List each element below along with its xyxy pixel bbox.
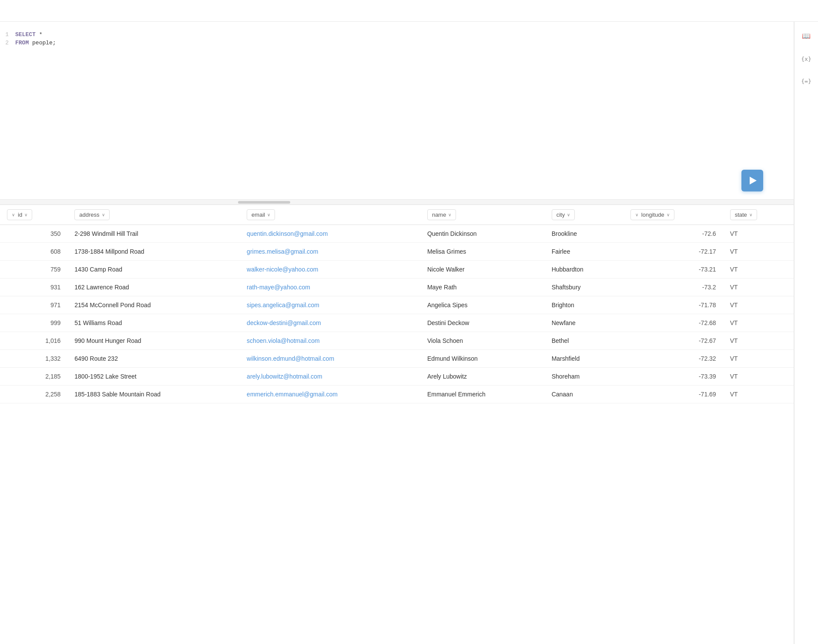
cell-city: Canaan (545, 386, 624, 403)
col-label-state: state (735, 211, 747, 218)
col-header-email[interactable]: email ∨ (240, 205, 420, 225)
col-header-city[interactable]: city ∨ (545, 205, 624, 225)
col-header-address[interactable]: address ∨ (67, 205, 240, 225)
cell-city: Shoreham (545, 368, 624, 386)
col-label-name: name (432, 211, 446, 218)
cell-state: VT (723, 225, 794, 243)
cell-id: 1,332 (0, 350, 67, 368)
cell-email: schoen.viola@hotmail.com (240, 332, 420, 350)
result-icon[interactable]: {=} (798, 74, 815, 88)
col-label-id: id (18, 211, 22, 218)
cell-id: 999 (0, 314, 67, 332)
cell-email: quentin.dickinson@gmail.com (240, 225, 420, 243)
cell-id: 2,185 (0, 368, 67, 386)
cell-longitude: -71.78 (624, 296, 723, 314)
cell-email: deckow-destini@gmail.com (240, 314, 420, 332)
cell-city: Brighton (545, 296, 624, 314)
cell-name: Edmund Wilkinson (420, 350, 545, 368)
scrollbar-thumb (238, 201, 290, 204)
cell-state: VT (723, 368, 794, 386)
run-button[interactable] (741, 170, 763, 191)
table-row[interactable]: 759 1430 Camp Road walker-nicole@yahoo.c… (0, 261, 794, 278)
col-label-city: city (557, 211, 565, 218)
table-row[interactable]: 1,332 6490 Route 232 wilkinson.edmund@ho… (0, 350, 794, 368)
sql-line: 2 FROM people; (0, 39, 794, 47)
cell-name: Quentin Dickinson (420, 225, 545, 243)
run-icon (750, 177, 757, 184)
col-header-name[interactable]: name ∨ (420, 205, 545, 225)
cell-email: wilkinson.edmund@hotmail.com (240, 350, 420, 368)
table-row[interactable]: 2,185 1800-1952 Lake Street arely.lubowi… (0, 368, 794, 386)
col-header-longitude[interactable]: ∨ longitude ∨ (624, 205, 723, 225)
col-label-address: address (79, 211, 99, 218)
right-toolbar: 📖 {x} {=} (794, 22, 818, 644)
cell-id: 931 (0, 278, 67, 296)
cell-longitude: -72.6 (624, 225, 723, 243)
cell-address: 2-298 Windmill Hill Trail (67, 225, 240, 243)
table-row[interactable]: 971 2154 McConnell Pond Road sipes.angel… (0, 296, 794, 314)
chevron-address: ∨ (102, 212, 105, 217)
cell-email: grimes.melisa@gmail.com (240, 243, 420, 261)
chevron-city: ∨ (567, 212, 570, 217)
line-content: SELECT * (15, 31, 42, 38)
cell-id: 1,016 (0, 332, 67, 350)
cell-state: VT (723, 350, 794, 368)
cell-id: 759 (0, 261, 67, 278)
cell-address: 185-1883 Sable Mountain Road (67, 386, 240, 403)
cell-id: 971 (0, 296, 67, 314)
cell-longitude: -73.21 (624, 261, 723, 278)
cell-id: 2,258 (0, 386, 67, 403)
cell-city: Marshfield (545, 350, 624, 368)
col-label-longitude: longitude (641, 211, 664, 218)
cell-name: Angelica Sipes (420, 296, 545, 314)
cell-address: 51 Williams Road (67, 314, 240, 332)
cell-longitude: -72.32 (624, 350, 723, 368)
cell-state: VT (723, 332, 794, 350)
cell-name: Destini Deckow (420, 314, 545, 332)
cell-id: 608 (0, 243, 67, 261)
sort-icon-longitude: ∨ (635, 212, 638, 217)
line-number: 1 (0, 31, 15, 38)
col-header-state[interactable]: state ∨ (723, 205, 794, 225)
cell-city: Bethel (545, 332, 624, 350)
cell-city: Brookline (545, 225, 624, 243)
results-table: ∨ id ∨ address ∨ email ∨ name ∨ city ∨ ∨… (0, 205, 794, 403)
horizontal-scrollbar[interactable] (0, 199, 794, 205)
cell-state: VT (723, 261, 794, 278)
table-row[interactable]: 608 1738-1884 Millpond Road grimes.melis… (0, 243, 794, 261)
cell-address: 162 Lawrence Road (67, 278, 240, 296)
cell-address: 2154 McConnell Pond Road (67, 296, 240, 314)
cell-city: Fairlee (545, 243, 624, 261)
cell-name: Emmanuel Emmerich (420, 386, 545, 403)
sql-editor[interactable]: 1 SELECT * 2 FROM people; (0, 22, 794, 199)
cell-state: VT (723, 278, 794, 296)
cell-city: Shaftsbury (545, 278, 624, 296)
results-area[interactable]: ∨ id ∨ address ∨ email ∨ name ∨ city ∨ ∨… (0, 205, 794, 500)
cell-state: VT (723, 314, 794, 332)
cell-city: Hubbardton (545, 261, 624, 278)
line-content: FROM people; (15, 40, 56, 46)
cell-city: Newfane (545, 314, 624, 332)
cell-address: 1738-1884 Millpond Road (67, 243, 240, 261)
cell-state: VT (723, 386, 794, 403)
cell-state: VT (723, 243, 794, 261)
cell-name: Melisa Grimes (420, 243, 545, 261)
table-row[interactable]: 2,258 185-1883 Sable Mountain Road emmer… (0, 386, 794, 403)
sql-line: 1 SELECT * (0, 30, 794, 39)
cell-address: 1430 Camp Road (67, 261, 240, 278)
main-container: 1 SELECT * 2 FROM people; ∨ id ∨ address (0, 22, 818, 644)
cell-longitude: -71.69 (624, 386, 723, 403)
table-row[interactable]: 350 2-298 Windmill Hill Trail quentin.di… (0, 225, 794, 243)
cell-id: 350 (0, 225, 67, 243)
book-icon[interactable]: 📖 (798, 28, 814, 44)
col-header-id[interactable]: ∨ id ∨ (0, 205, 67, 225)
chevron-email: ∨ (267, 212, 270, 217)
col-label-email: email (251, 211, 265, 218)
cell-longitude: -72.67 (624, 332, 723, 350)
table-row[interactable]: 999 51 Williams Road deckow-destini@gmai… (0, 314, 794, 332)
title-bar (0, 0, 818, 22)
chevron-longitude: ∨ (667, 212, 670, 217)
table-row[interactable]: 1,016 990 Mount Hunger Road schoen.viola… (0, 332, 794, 350)
vars-icon[interactable]: {x} (798, 52, 815, 66)
table-row[interactable]: 931 162 Lawrence Road rath-maye@yahoo.co… (0, 278, 794, 296)
